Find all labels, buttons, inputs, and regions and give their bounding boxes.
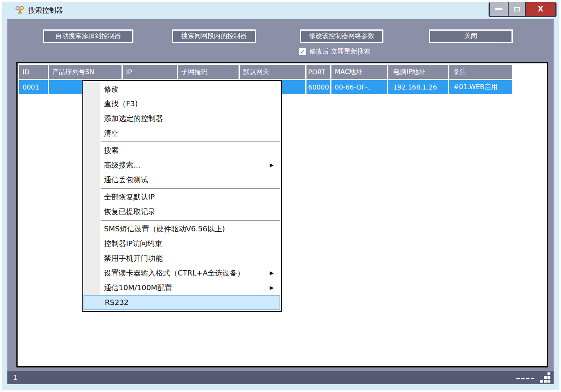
research-after-modify-checkbox[interactable]: ✓ — [299, 48, 306, 55]
menu-item-restore-extracted-records[interactable]: 恢复已提取记录 — [83, 204, 281, 219]
col-header-mac[interactable]: MAC地址 — [331, 65, 387, 79]
menu-item-controller-ip-restriction[interactable]: 控制器IP访问约束 — [83, 236, 281, 251]
col-header-subnet[interactable]: 子网掩码 — [178, 65, 239, 79]
close-dialog-button[interactable]: 关闭 — [429, 29, 513, 43]
menu-item-restore-default-ip[interactable]: 全部恢复默认IP — [83, 190, 281, 204]
menu-item-sms-settings[interactable]: SMS短信设置（硬件驱动V6.56以上) — [83, 222, 281, 236]
menu-item-comm-10m-100m-config[interactable]: 通信10M/100M配置 ▶ — [83, 280, 281, 295]
maximize-button[interactable] — [509, 2, 526, 16]
cell-remark[interactable]: #01.WEB启用 — [449, 80, 512, 94]
modify-network-params-button[interactable]: 修改该控制器网络参数 — [300, 29, 383, 43]
status-bar: 1 — [7, 371, 554, 384]
collapse-dashes-icon — [515, 378, 534, 379]
submenu-arrow-icon: ▶ — [270, 280, 274, 295]
col-header-ip[interactable]: IP — [123, 65, 177, 79]
window-title: 搜索控制器 — [28, 6, 63, 15]
cell-port[interactable]: 60000 — [306, 80, 330, 94]
maximize-icon — [514, 7, 520, 11]
table-header-row: ID 产品序列号SN IP 子网掩码 默认网关 PORT MAC地址 电脑IP地… — [19, 65, 545, 79]
search-same-subnet-button[interactable]: 搜索同网段内的控制器 — [172, 29, 256, 43]
menu-item-label: 设置读卡器输入格式（CTRL+A全选设备） — [104, 269, 245, 277]
menu-item-disable-phone-open-door[interactable]: 禁用手机开门功能 — [83, 251, 281, 266]
close-icon: X — [538, 6, 543, 13]
resize-grip-icon[interactable] — [540, 372, 550, 383]
record-count: 1 — [13, 374, 17, 381]
checkmark-icon: ✓ — [300, 49, 305, 54]
menu-separator — [101, 141, 280, 142]
titlebar: 搜索控制器 — [2, 2, 559, 18]
research-after-modify-row: ✓ 修改后 立即重新搜索 — [299, 47, 370, 56]
menu-item-modify[interactable]: 修改 — [83, 82, 281, 96]
menu-item-advanced-search[interactable]: 高级搜索... ▶ — [83, 158, 281, 172]
menu-item-label: 高级搜索... — [104, 161, 140, 169]
submenu-arrow-icon: ▶ — [270, 158, 274, 172]
col-header-port[interactable]: PORT — [306, 65, 330, 79]
submenu-arrow-icon: ▶ — [270, 266, 274, 280]
menu-separator — [101, 220, 280, 221]
research-after-modify-label: 修改后 立即重新搜索 — [309, 47, 370, 56]
cell-id[interactable]: 0001 — [19, 80, 48, 94]
menu-item-packet-loss-test[interactable]: 通信丢包测试 — [83, 172, 281, 187]
minimize-icon — [495, 8, 502, 10]
menu-item-search[interactable]: 搜索 — [83, 143, 281, 158]
col-header-gateway[interactable]: 默认网关 — [240, 65, 305, 79]
menu-item-find-f3[interactable]: 查找（F3) — [83, 96, 281, 111]
keys-icon — [14, 5, 25, 16]
col-header-pc-ip[interactable]: 电脑IP地址 — [388, 65, 448, 79]
col-header-remark[interactable]: 备注 — [449, 65, 512, 79]
auto-search-add-button[interactable]: 自动搜索添加到控制器 — [43, 29, 133, 43]
col-header-sn[interactable]: 产品序列号SN — [49, 65, 122, 79]
menu-item-label: 通信10M/100M配置 — [104, 283, 172, 292]
context-menu: 修改 查找（F3) 添加选定的控制器 清空 搜索 高级搜索... ▶ 通信丢包测… — [82, 80, 282, 312]
menu-item-reader-input-format[interactable]: 设置读卡器输入格式（CTRL+A全选设备） ▶ — [83, 266, 281, 280]
col-header-id[interactable]: ID — [19, 65, 48, 79]
cell-pc-ip[interactable]: 192.168.1.26 — [388, 80, 448, 94]
window-controls: X — [489, 2, 556, 17]
menu-item-rs232[interactable]: RS232 — [83, 295, 280, 310]
cell-mac[interactable]: 00-66-OF-.. — [331, 80, 387, 94]
menu-item-clear[interactable]: 清空 — [83, 126, 281, 141]
menu-separator — [101, 188, 280, 189]
menu-item-add-selected-controller[interactable]: 添加选定的控制器 — [83, 111, 281, 126]
minimize-button[interactable] — [490, 2, 509, 16]
close-button[interactable]: X — [526, 2, 555, 16]
